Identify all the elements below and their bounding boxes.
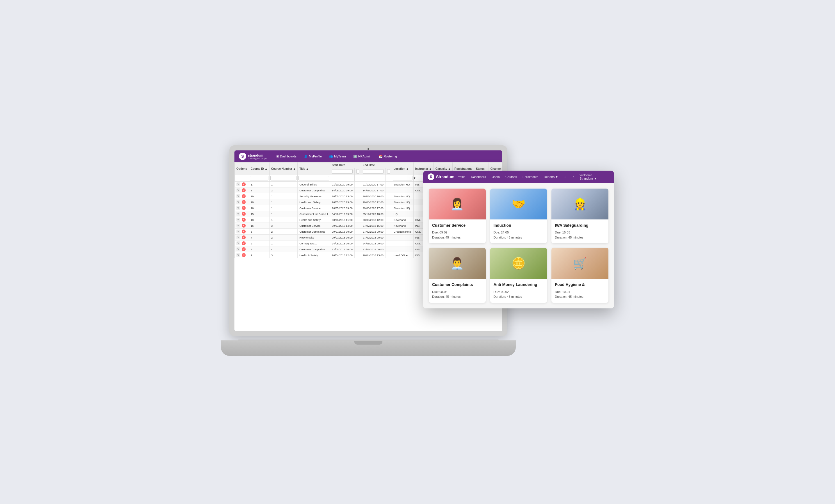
card-ui: S Strandum Profile Dashboard Users Cours… <box>423 171 614 309</box>
course-card-image: 👷 <box>551 189 608 219</box>
card-logo-name: Strandum <box>436 174 454 179</box>
edit-btn[interactable]: ✎ <box>237 247 240 251</box>
delete-btn[interactable]: ✕ <box>242 218 246 222</box>
course-image-placeholder: 🪙 <box>490 248 547 279</box>
course-card[interactable]: 👨‍💼 Customer Complaints Due: 08-03 Durat… <box>429 248 486 302</box>
course-card-body: Customer Service Due: 09-02 Duration: 45… <box>429 219 486 243</box>
card-topbar: S Strandum Profile Dashboard Users Cours… <box>423 171 614 183</box>
course-due: Due: 09-02 <box>432 230 482 235</box>
cell-num: 1 <box>269 211 298 217</box>
delete-btn[interactable]: ✕ <box>242 224 246 228</box>
delete-btn[interactable]: ✕ <box>242 200 246 204</box>
edit-btn[interactable]: ✎ <box>237 253 240 257</box>
delete-btn[interactable]: ✕ <box>242 212 246 216</box>
edit-btn[interactable]: ✎ <box>237 194 240 198</box>
cell-end: 27/07/2018 15:00 <box>361 223 385 229</box>
cell-title: Health and Safety <box>298 217 330 223</box>
card-nav-profile[interactable]: Profile <box>454 174 467 180</box>
cell-num: 1 <box>269 205 298 211</box>
edit-btn[interactable]: ✎ <box>237 206 240 210</box>
cell-title: How to cake <box>298 235 330 240</box>
cell-end: 14/08/2020 17:00 <box>361 187 385 193</box>
edit-btn[interactable]: ✎ <box>237 235 240 239</box>
course-due: Due: 24-05 <box>494 230 544 235</box>
startdate-from-input[interactable] <box>332 169 353 174</box>
cell-end: 29/05/2020 17:00 <box>361 205 385 211</box>
course-card[interactable]: 🪙 Anti Money Laundering Due: 09-02 Durat… <box>490 248 547 302</box>
course-card[interactable]: 👩‍💼 Customer Service Due: 09-02 Duration… <box>429 189 486 243</box>
card-logo: S Strandum <box>428 173 454 180</box>
filter-title[interactable] <box>299 176 329 181</box>
cell-location: Strandum HQ <box>392 193 413 199</box>
cell-location: Neverland <box>392 217 413 223</box>
edit-btn[interactable]: ✎ <box>237 212 240 216</box>
card-welcome[interactable]: Welcome, Strandum ▼ <box>577 172 610 181</box>
cell-id: 15 <box>249 211 269 217</box>
edit-btn[interactable]: ✎ <box>237 224 240 228</box>
col-enddate-group: End Date <box>361 163 392 168</box>
cell-num: 1 <box>269 240 298 246</box>
delete-btn[interactable]: ✕ <box>242 230 246 233</box>
enddate-to-input[interactable] <box>387 169 390 174</box>
cell-start: 04/12/2019 09:00 <box>330 211 354 217</box>
course-card[interactable]: 🤝 Induction Due: 24-05 Duration: 45 minu… <box>490 189 547 243</box>
enddate-from-input[interactable] <box>363 169 384 174</box>
cell-start2 <box>354 205 361 211</box>
cell-title: Customer Service <box>298 205 330 211</box>
filter-coursenum[interactable] <box>270 176 297 181</box>
delete-btn[interactable]: ✕ <box>242 235 246 239</box>
delete-btn[interactable]: ✕ <box>242 253 246 257</box>
card-nav-reports[interactable]: Reports ▼ <box>542 174 561 180</box>
delete-btn[interactable]: ✕ <box>242 247 246 251</box>
card-nav-users[interactable]: Users <box>489 174 502 180</box>
course-card-image: 🛒 <box>551 248 608 279</box>
course-image-placeholder: 👨‍💼 <box>429 248 486 279</box>
card-nav-enrolments[interactable]: Enrolments <box>520 174 541 180</box>
col-enddate-to <box>385 168 392 175</box>
nav-hradmin[interactable]: 🏢 HRAdmin <box>350 153 374 160</box>
startdate-to-input[interactable] <box>356 169 359 174</box>
delete-btn[interactable]: ✕ <box>242 183 246 186</box>
cell-id: 7 <box>249 235 269 240</box>
card-nav-dashboard[interactable]: Dashboard <box>469 174 489 180</box>
nav-rostering[interactable]: 📅 Rostering <box>376 153 400 160</box>
card-nav-grid[interactable]: ⊞ <box>562 174 569 180</box>
edit-btn[interactable]: ✎ <box>237 218 240 222</box>
course-image-placeholder: 🤝 <box>490 189 547 219</box>
nav-myteam[interactable]: 👥 MyTeam <box>326 153 349 160</box>
course-due: Due: 09-02 <box>494 290 544 295</box>
edit-btn[interactable]: ✎ <box>237 241 240 245</box>
col-coursenum: Course Number ▲ <box>269 163 298 175</box>
delete-btn[interactable]: ✕ <box>242 188 246 192</box>
course-card[interactable]: 👷 IWA Safeguarding Due: 15-03 Duration: … <box>551 189 608 243</box>
edit-btn[interactable]: ✎ <box>237 188 240 192</box>
cell-num: 1 <box>269 199 298 205</box>
nav-dashboards[interactable]: ⊞ Dashboards <box>273 153 299 160</box>
filter-courseid[interactable] <box>250 176 268 181</box>
delete-btn[interactable]: ✕ <box>242 241 246 245</box>
cell-start2 <box>354 246 361 252</box>
cell-title: Customer Complaints <box>298 187 330 193</box>
course-card-image: 👩‍💼 <box>429 189 486 219</box>
cell-end2 <box>385 229 392 235</box>
cell-start2 <box>354 211 361 217</box>
cell-options: ✎ ✕ <box>235 252 249 258</box>
course-title: Food Hygiene & <box>555 282 605 287</box>
cell-num: 2 <box>269 229 298 235</box>
delete-btn[interactable]: ✕ <box>242 194 246 198</box>
app-topbar: S strandum powering your people ⊞ Dashbo… <box>235 150 502 162</box>
card-nav-dots[interactable]: ⋮ <box>570 174 577 180</box>
cell-title: Health and Safety <box>298 199 330 205</box>
cell-end2 <box>385 252 392 258</box>
card-nav-courses[interactable]: Courses <box>503 174 519 180</box>
delete-btn[interactable]: ✕ <box>242 206 246 210</box>
edit-btn[interactable]: ✎ <box>237 183 240 186</box>
reports-dropdown-icon: ▼ <box>555 175 558 178</box>
edit-btn[interactable]: ✎ <box>237 230 240 233</box>
filter-location[interactable] <box>393 176 412 181</box>
edit-btn[interactable]: ✎ <box>237 200 240 204</box>
cell-start2 <box>354 235 361 240</box>
nav-myprofile[interactable]: 👤 MyProfile <box>301 153 325 160</box>
course-card[interactable]: 🛒 Food Hygiene & Due: 10-04 Duration: 45… <box>551 248 608 302</box>
course-card-image: 🪙 <box>490 248 547 279</box>
